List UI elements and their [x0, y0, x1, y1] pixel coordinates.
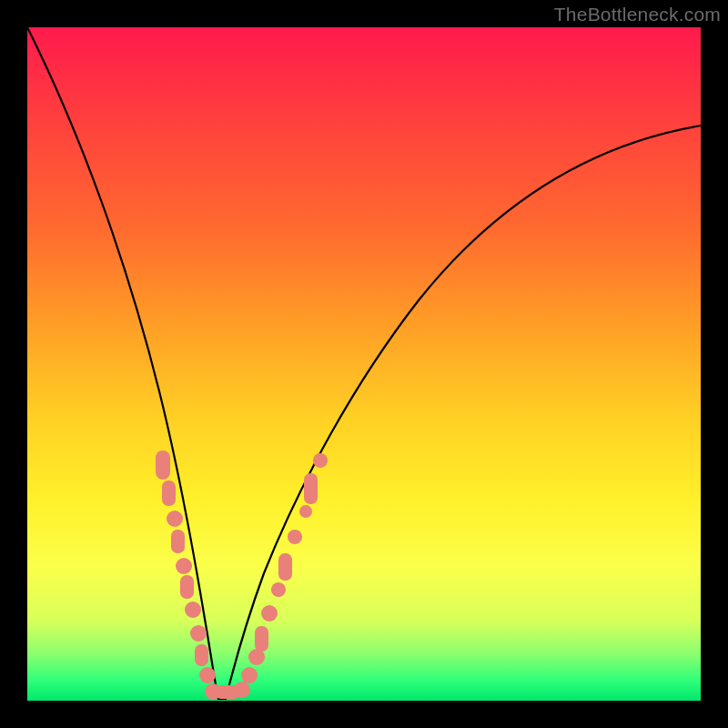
plot-area [27, 27, 701, 701]
marker-dot [261, 605, 278, 622]
marker-dot [255, 626, 268, 652]
marker-dot [162, 480, 176, 506]
marker-dot [313, 453, 328, 468]
marker-dot [171, 530, 185, 553]
marker-dot [176, 558, 192, 574]
chart-frame: TheBottleneck.com [0, 0, 728, 728]
marker-dot [304, 473, 318, 504]
marker-dot [180, 575, 194, 599]
marker-dot [288, 530, 302, 544]
marker-dot [278, 553, 292, 581]
marker-dot [167, 511, 183, 527]
marker-dot [241, 667, 258, 683]
marker-dot [271, 582, 286, 597]
marker-dot [185, 602, 201, 618]
watermark-text: TheBottleneck.com [554, 4, 721, 25]
marker-dot [199, 667, 216, 683]
marker-dot [234, 682, 250, 698]
marker-dot [299, 505, 312, 518]
bottleneck-curve-path [27, 27, 701, 699]
marker-dot [190, 625, 207, 642]
marker-dot [156, 450, 170, 480]
bottleneck-curve-svg [27, 27, 701, 701]
marker-dot [195, 644, 208, 666]
